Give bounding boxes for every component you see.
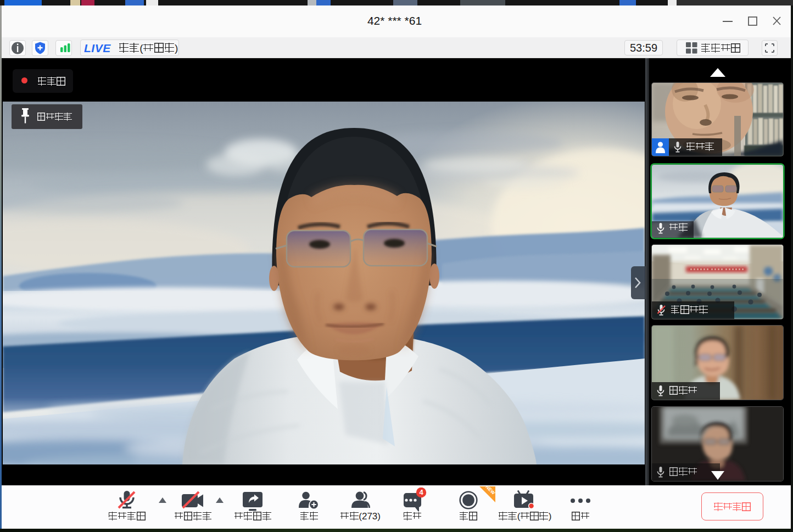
svg-text:4: 4 bbox=[419, 488, 423, 496]
